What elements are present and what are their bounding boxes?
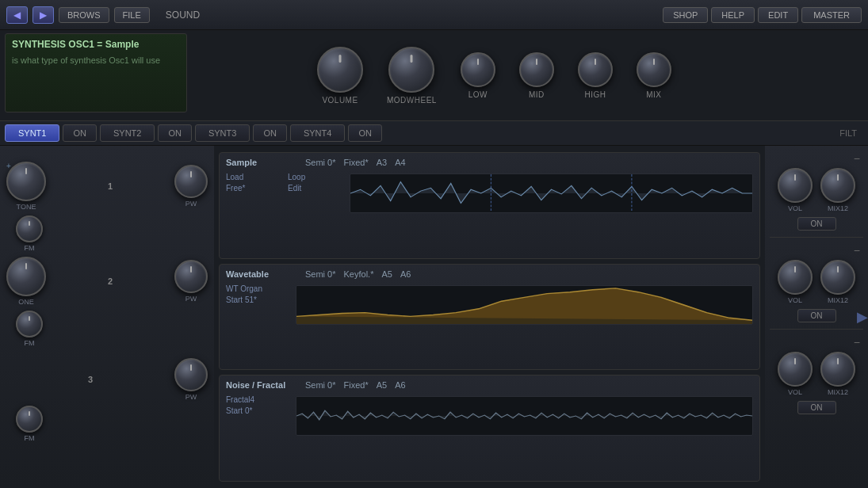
forward-button[interactable]: ▶ — [33, 6, 54, 24]
vol-1-knob[interactable] — [778, 168, 813, 203]
mid-knob[interactable] — [519, 52, 554, 87]
mix12-3-knob[interactable] — [820, 352, 855, 387]
low-label: LOW — [468, 90, 488, 99]
pw-2-knob[interactable] — [174, 260, 208, 293]
filt-label: FILT — [833, 125, 863, 141]
pw-3-knob[interactable] — [174, 358, 208, 391]
tone-1-knob[interactable] — [6, 162, 46, 201]
osc2-note2[interactable]: A6 — [400, 269, 411, 279]
info-description: is what type of synthesis Osc1 will use — [12, 55, 180, 67]
volume-knob[interactable] — [317, 47, 363, 93]
osc1-semi[interactable]: Semi 0* — [305, 158, 336, 167]
file-button[interactable]: FILE — [114, 7, 150, 23]
osc3-note1[interactable]: A5 — [377, 380, 387, 390]
shop-button[interactable]: SHOP — [663, 7, 708, 23]
left-oscillator-panel: + TONE 1 PW FM ONE 2 PW — [0, 146, 214, 488]
vol-2-label: VOL — [788, 296, 802, 304]
sound-label: SOUND — [155, 7, 211, 23]
osc1-panel: Sample Semi 0* Fixed* A3 A4 Load Loop Fr… — [219, 152, 760, 259]
mix12-3-label: MIX12 — [828, 388, 848, 396]
fm-1-knob[interactable] — [16, 215, 43, 242]
fm-3-knob[interactable] — [16, 406, 43, 433]
osc3-type: Noise / Fractal — [226, 380, 297, 390]
vol-3-knob[interactable] — [778, 352, 813, 387]
synt1-on-button[interactable]: ON — [63, 124, 97, 142]
right-section-1: − VOL MIX12 ON — [770, 152, 863, 238]
minus-1-button[interactable]: − — [854, 152, 860, 165]
tone-2-label: ONE — [18, 298, 34, 306]
osc1-loop[interactable]: Loop — [288, 173, 343, 181]
osc2-name[interactable]: WT Organ — [226, 284, 281, 293]
help-button[interactable]: HELP — [711, 7, 755, 23]
edit-button[interactable]: EDIT — [758, 7, 798, 23]
osc2-panel: Wavetable Semi 0* Keyfol.* A5 A6 WT Orga… — [219, 264, 760, 371]
volume-knob-group: VOLUME — [317, 47, 363, 105]
osc2-start[interactable]: Start 51* — [226, 295, 281, 304]
osc3-name[interactable]: Fractal4 — [226, 395, 281, 404]
osc3-keyfol[interactable]: Fixed* — [344, 380, 369, 390]
modwheel-knob[interactable] — [388, 47, 434, 93]
osc1-free[interactable]: Free* — [226, 184, 281, 193]
volume-label: VOLUME — [322, 96, 358, 105]
right-section-2: − VOL MIX12 ON — [770, 244, 863, 330]
pw-1-label: PW — [185, 200, 197, 208]
row-1-number: 1 — [108, 181, 113, 191]
osc3-waveform — [296, 396, 753, 436]
low-knob[interactable] — [461, 52, 495, 87]
osc3-panel: Noise / Fractal Semi 0* Fixed* A5 A6 Fra… — [219, 375, 760, 482]
osc1-keyfol[interactable]: Fixed* — [344, 158, 369, 167]
osc2-note1[interactable]: A5 — [381, 269, 392, 279]
osc2-keyfol[interactable]: Keyfol.* — [344, 269, 374, 279]
mid-knob-group: MID — [519, 52, 554, 99]
osc1-edit[interactable]: Edit — [288, 184, 343, 193]
mix12-2-label: MIX12 — [828, 296, 848, 304]
pw-2-label: PW — [185, 295, 197, 303]
osc3-note2[interactable]: A6 — [395, 380, 405, 390]
right-section-3: − VOL MIX12 ON — [770, 336, 863, 421]
tone-2-knob[interactable] — [6, 257, 46, 296]
low-knob-group: LOW — [461, 52, 495, 99]
high-knob[interactable] — [578, 52, 613, 87]
synt2-on-button[interactable]: ON — [158, 124, 192, 142]
mid-label: MID — [529, 90, 545, 99]
fm-1-label: FM — [25, 244, 35, 252]
mix12-1-knob[interactable] — [820, 168, 855, 203]
back-button[interactable]: ◀ — [6, 6, 28, 24]
brows-button[interactable]: BROWS — [59, 7, 109, 23]
osc3-semi[interactable]: Semi 0* — [305, 380, 336, 390]
osc2-waveform — [296, 285, 753, 325]
osc1-type: Sample — [226, 158, 297, 167]
osc1-note1[interactable]: A3 — [377, 158, 387, 167]
osc2-semi[interactable]: Semi 0* — [305, 269, 336, 279]
info-title: SYNTHESIS OSC1 = Sample — [12, 39, 180, 50]
fm-2-knob[interactable] — [16, 311, 43, 337]
minus-3-button[interactable]: − — [854, 336, 860, 349]
tone-1-label: TONE — [17, 203, 36, 211]
vol-1-label: VOL — [788, 204, 802, 212]
osc1-load[interactable]: Load — [226, 173, 281, 181]
synt2-tab[interactable]: SYNT2 — [100, 124, 155, 142]
right-arrow-indicator[interactable]: ▶ — [857, 308, 868, 326]
osc1-waveform — [350, 173, 753, 213]
vol-on-2-button[interactable]: ON — [797, 309, 836, 322]
mix12-2-knob[interactable] — [820, 260, 855, 295]
vol-on-3-button[interactable]: ON — [797, 401, 836, 414]
synt3-on-button[interactable]: ON — [253, 124, 287, 142]
osc3-start[interactable]: Start 0* — [226, 406, 281, 415]
vol-2-knob[interactable] — [778, 260, 813, 295]
synt4-on-button[interactable]: ON — [348, 124, 382, 142]
right-vol-mix-panel: − VOL MIX12 ON − VOL MIX12 — [765, 146, 868, 488]
synt1-tab[interactable]: SYNT1 — [5, 124, 59, 142]
row-2-number: 2 — [108, 276, 113, 286]
vol-on-1-button[interactable]: ON — [797, 217, 836, 231]
pw-1-knob[interactable] — [174, 165, 208, 198]
synt3-tab[interactable]: SYNT3 — [195, 124, 250, 142]
synt4-tab[interactable]: SYNT4 — [290, 124, 345, 142]
osc1-note2[interactable]: A4 — [395, 158, 405, 167]
fm-2-label: FM — [25, 339, 35, 347]
mix-label: MIX — [646, 90, 661, 99]
minus-2-button[interactable]: − — [854, 244, 860, 257]
master-button[interactable]: MASTER — [801, 7, 862, 23]
pw-3-label: PW — [185, 393, 197, 401]
mix-knob[interactable] — [637, 52, 671, 87]
